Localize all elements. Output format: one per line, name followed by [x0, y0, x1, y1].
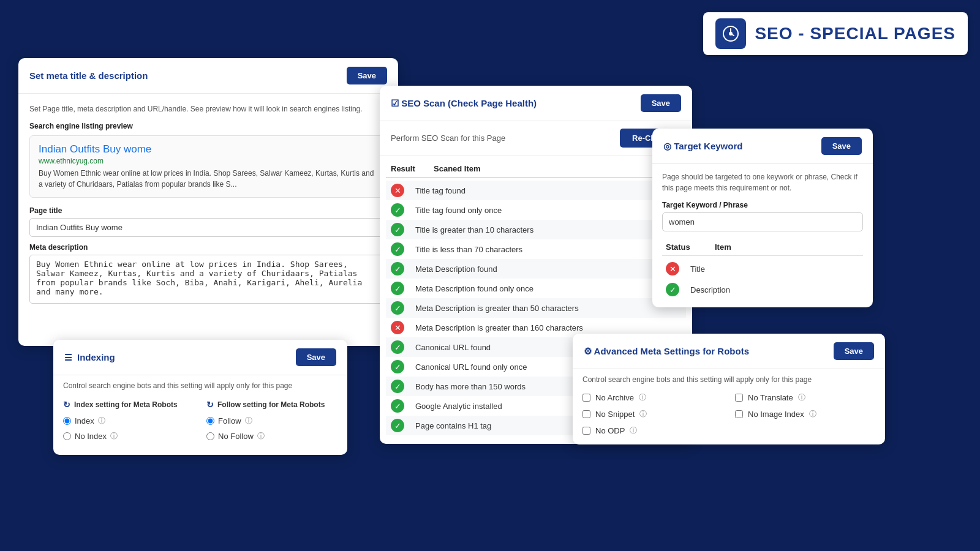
ok-icon: ✓: [391, 223, 404, 236]
follow-info-icon: ⓘ: [245, 416, 252, 426]
target-keyword-save-button[interactable]: Save: [821, 137, 862, 155]
page-title-input[interactable]: [29, 218, 387, 237]
no-snippet-label: No Snippet: [595, 410, 635, 419]
no-odp-label: No ODP: [595, 426, 625, 435]
no-follow-info-icon: ⓘ: [257, 431, 265, 441]
scan-item-text: Meta Description is greater than 50 char…: [415, 304, 579, 313]
scan-item-text: Title is less than 70 characters: [415, 245, 522, 254]
no-index-radio: No Index ⓘ: [63, 431, 194, 441]
advanced-meta-card: ⚙ Advanced Meta Settings for Robots Save…: [573, 334, 885, 444]
scan-item-text: Canonical URL found only once: [415, 362, 527, 372]
ok-icon: ✓: [391, 262, 404, 276]
advanced-meta-save-button[interactable]: Save: [834, 342, 874, 360]
kw-error-icon: ✕: [666, 262, 679, 276]
no-index-radio-input[interactable]: [63, 432, 71, 440]
kw-item-text: Title: [690, 264, 705, 274]
follow-radio: Follow ⓘ: [206, 416, 337, 426]
ok-icon: ✓: [391, 242, 404, 256]
kw-item-header: Item: [715, 242, 859, 252]
scan-item-text: Page contains H1 tag: [415, 421, 491, 430]
no-translate-checkbox[interactable]: [735, 394, 743, 402]
index-arrow-icon: ↻: [63, 400, 70, 410]
kw-table-header: Status Item: [662, 239, 863, 256]
serp-title: Indian Outfits Buy wome: [39, 143, 378, 156]
seo-scan-title: ☑ SEO Scan (Check Page Health): [391, 98, 537, 109]
meta-desc-textarea[interactable]: [29, 255, 387, 304]
no-snippet-row: No Snippet ⓘ: [582, 409, 723, 419]
kw-table-row: ✕Title: [662, 258, 863, 279]
kw-status-header: Status: [666, 242, 715, 252]
indexing-save-button[interactable]: Save: [296, 348, 336, 366]
kw-item-text: Description: [690, 285, 730, 294]
no-archive-label: No Archive: [595, 393, 634, 402]
no-follow-radio-input[interactable]: [206, 432, 214, 440]
indexing-cols: ↻ Index setting for Meta Robots Index ⓘ …: [53, 394, 347, 455]
kw-table-row: ✓Description: [662, 279, 863, 300]
header-icon: [715, 18, 746, 49]
scan-item-text: Meta Description found: [415, 264, 497, 274]
index-col: ↻ Index setting for Meta Robots Index ⓘ …: [63, 400, 194, 446]
scan-item-text: Meta Description found only once: [415, 284, 533, 293]
keyword-input[interactable]: [662, 212, 863, 231]
follow-col-title: ↻ Follow setting for Meta Robots: [206, 400, 337, 410]
scan-perform-text: Perform SEO Scan for this Page: [391, 133, 505, 143]
no-image-index-info: ⓘ: [809, 409, 816, 419]
ok-icon: ✓: [391, 360, 404, 373]
scan-perform-row: Perform SEO Scan for this Page Re-Check: [380, 121, 692, 156]
follow-arrow-icon: ↻: [206, 400, 214, 410]
ok-icon: ✓: [391, 340, 404, 354]
index-label: Index: [75, 416, 94, 425]
index-radio-input[interactable]: [63, 417, 71, 425]
preview-label: Search engine listing preview: [29, 122, 387, 130]
advanced-meta-desc: Control search engine bots and this sett…: [573, 369, 885, 388]
no-follow-radio: No Follow ⓘ: [206, 431, 337, 441]
follow-col: ↻ Follow setting for Meta Robots Follow …: [206, 400, 337, 446]
serp-desc: Buy Women Ethnic wear online at low pric…: [39, 168, 378, 190]
ok-icon: ✓: [391, 203, 404, 217]
scan-table-row: ✕Title tag found: [386, 181, 686, 200]
no-odp-row: No ODP ⓘ: [582, 425, 723, 436]
no-index-info-icon: ⓘ: [110, 431, 118, 441]
scan-item-text: Canonical URL found: [415, 343, 491, 352]
keyword-field-label: Target Keyword / Phrase: [662, 201, 863, 209]
ok-icon: ✓: [391, 419, 404, 432]
scan-table-row: ✓Title tag found only once: [386, 200, 686, 220]
indexing-card-header: ☰ Indexing Save: [53, 340, 347, 375]
ok-icon: ✓: [391, 380, 404, 393]
no-image-index-checkbox[interactable]: [735, 410, 743, 418]
follow-radio-input[interactable]: [206, 417, 214, 425]
no-snippet-checkbox[interactable]: [582, 410, 590, 418]
no-odp-checkbox[interactable]: [582, 427, 590, 435]
scan-col-result-header: Result: [391, 164, 434, 173]
header-title: SEO - SPECIAL PAGES: [755, 24, 956, 43]
meta-title-card-title: Set meta title & description: [29, 70, 148, 81]
indexing-card-title: ☰ Indexing: [64, 352, 115, 362]
error-icon: ✕: [391, 184, 404, 197]
kw-rows-container: ✕Title✓Description: [662, 258, 863, 300]
no-follow-label: No Follow: [218, 432, 254, 441]
scan-col-item-header: Scaned Item: [434, 164, 681, 173]
meta-description-text: Set Page title, meta description and URL…: [29, 103, 387, 114]
keyword-body: Page should be targeted to one keywork o…: [652, 164, 873, 307]
seo-scan-save-button[interactable]: Save: [641, 94, 681, 112]
meta-save-button[interactable]: Save: [347, 67, 387, 84]
page-title-label: Page title: [29, 206, 387, 215]
scan-item-text: Meta Description is greater than 160 cha…: [415, 323, 583, 332]
no-translate-info: ⓘ: [798, 392, 805, 403]
no-image-index-row: No Image Index ⓘ: [735, 409, 875, 419]
no-archive-info: ⓘ: [639, 392, 646, 403]
target-keyword-title: ◎ Target Keyword: [663, 141, 742, 152]
advanced-meta-checkboxes: No Archive ⓘ No Translate ⓘ No Snippet ⓘ…: [573, 388, 885, 444]
advanced-meta-header: ⚙ Advanced Meta Settings for Robots Save: [573, 334, 885, 369]
ok-icon: ✓: [391, 282, 404, 295]
error-icon: ✕: [391, 321, 404, 334]
index-radio: Index ⓘ: [63, 416, 194, 426]
scan-table-row: ✓Meta Description is greater than 50 cha…: [386, 298, 686, 318]
meta-desc-label: Meta description: [29, 243, 387, 252]
index-info-icon: ⓘ: [98, 416, 105, 426]
page-header: SEO - SPECIAL PAGES: [703, 12, 968, 55]
scan-item-text: Title is greater than 10 characters: [415, 225, 533, 234]
no-translate-label: No Translate: [748, 393, 793, 402]
ok-icon: ✓: [391, 399, 404, 413]
no-archive-checkbox[interactable]: [582, 394, 590, 402]
